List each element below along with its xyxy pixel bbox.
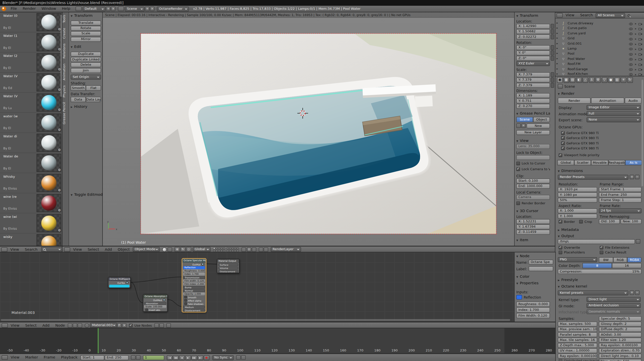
node-name-field[interactable]: Octane Spe [529, 260, 553, 265]
gear-icon[interactable] [58, 28, 61, 31]
gpu-toggle[interactable]: GeForce GTX 980 Ti [561, 136, 641, 141]
data-transfer-button[interactable]: Data [71, 97, 86, 102]
add-icon[interactable] [521, 124, 526, 128]
rotation-field[interactable]: X: 0° [516, 45, 550, 50]
kernel-field[interactable]: Z-Depth max.: 5.000 [558, 343, 597, 348]
material-list-item[interactable]: Whisky By Elviss [0, 173, 62, 193]
node-material-output[interactable]: Material Output SurfaceVolumeDisplacemen… [217, 259, 239, 273]
outliner-row[interactable]: Pool [555, 51, 644, 56]
kernel-field[interactable]: UV max.: 1.00000 [558, 348, 597, 353]
sync-dropdown[interactable]: No Sync [212, 355, 233, 360]
lock-icon[interactable] [551, 83, 554, 88]
gear-icon[interactable] [58, 68, 61, 71]
kernel-field[interactable]: Filter size: 1.20 [599, 338, 641, 343]
expand-icon[interactable] [556, 21, 558, 26]
material-thumbnail[interactable] [37, 94, 61, 112]
rotation-field[interactable]: Y: 0° [516, 50, 550, 55]
node-row[interactable]: Bump [183, 286, 205, 289]
scrollbar[interactable] [1, 319, 510, 321]
dimension-field[interactable]: Y: 0.751 [516, 99, 550, 104]
material-thumbnail[interactable] [37, 214, 61, 232]
lock-to-cursor-toggle[interactable]: Lock to Cursor [516, 162, 550, 165]
node-row[interactable] [109, 285, 129, 288]
cursor-location-field[interactable]: Z: 0.11459 [516, 230, 550, 235]
cursor-location-field[interactable]: X: 1.52231 [516, 219, 550, 224]
node-input-field[interactable]: Roughness: 0.000 [516, 302, 550, 307]
world-tab[interactable]: ◐ [576, 77, 582, 83]
selectability-arrow-icon[interactable] [634, 72, 636, 76]
visibility-eye-icon[interactable] [629, 58, 633, 61]
channel-button[interactable]: BW [599, 257, 613, 262]
material-thumbnail[interactable] [37, 53, 61, 71]
menu-item[interactable]: Playback [58, 354, 80, 361]
material-tab[interactable]: ● [608, 77, 614, 83]
selectability-arrow-icon[interactable] [634, 21, 636, 26]
visibility-eye-icon[interactable] [629, 27, 633, 30]
expand-icon[interactable] [556, 51, 558, 56]
crop-toggle[interactable]: Crop [579, 220, 592, 224]
selectability-arrow-icon[interactable] [634, 52, 636, 56]
object-name[interactable]: Grid [568, 37, 575, 40]
menu-item[interactable]: View [563, 12, 577, 19]
gp-new-button[interactable]: New [527, 124, 550, 129]
location-field[interactable]: X: 1.42990 [516, 24, 550, 29]
properties-panel-title[interactable]: Properties [516, 281, 550, 286]
menu-item[interactable]: View [7, 246, 22, 253]
panel-transform-title[interactable]: Transform [71, 13, 93, 18]
search-icon[interactable] [628, 14, 630, 17]
kernel-field[interactable]: Max. tile samples: 16 [558, 338, 597, 343]
node-row[interactable]: Displacement [218, 270, 238, 273]
priority-button[interactable]: Reshapable [608, 160, 625, 165]
jump-end-button[interactable] [197, 355, 203, 360]
render-engine-selector[interactable]: OctaneRender [157, 6, 189, 11]
outliner-row[interactable]: Curve.driveway [555, 21, 644, 26]
kernel-field[interactable]: Exploration stren.: 0.70 [599, 348, 641, 353]
material-thumbnail[interactable] [37, 73, 61, 92]
node-input-field[interactable]: Film Width: 0.120 [516, 313, 550, 318]
kernel-field[interactable]: Ray epsilon: 0.000100 [558, 354, 597, 359]
pivot-point-icon[interactable] [168, 247, 172, 252]
scale-field[interactable]: X: 7.379 [516, 72, 550, 77]
object-name[interactable]: Roof.FM [568, 62, 580, 66]
infochannel-dropdown[interactable]: Geometric normals [587, 309, 641, 314]
blender-logo-icon[interactable] [2, 7, 6, 11]
end-frame-field[interactable]: End Frame: 250 [599, 192, 641, 197]
visibility-eye-icon[interactable] [629, 38, 633, 40]
viewport-3d[interactable]: Scene | Elapsed: 00:03.16 | Interactive … [103, 12, 555, 246]
renderability-camera-icon[interactable] [638, 22, 642, 25]
shader-type-object-icon[interactable] [68, 323, 72, 328]
object-data-tab[interactable]: ▽ [602, 77, 607, 83]
mirror-button[interactable]: Mirror [71, 37, 101, 42]
render-layers-tab[interactable]: ▦ [563, 77, 569, 83]
material-thumbnail[interactable] [37, 33, 61, 51]
display-mode-dropdown[interactable]: All Scenes [596, 13, 625, 18]
clip-start-field[interactable]: Start: 0.100 [516, 178, 550, 184]
remap-new-field[interactable]: New: 100 [621, 219, 642, 224]
snap-icon[interactable] [154, 323, 159, 328]
dimension-field[interactable]: Z: 0.270 [516, 104, 550, 109]
visibility-eye-icon[interactable] [629, 33, 633, 35]
renderability-camera-icon[interactable] [638, 43, 642, 45]
octane-kernel-panel-title[interactable]: Octane kernel [558, 284, 587, 289]
visibility-eye-icon[interactable] [629, 48, 633, 51]
menu-item[interactable]: Select [85, 246, 102, 253]
gi-mode-dropdown[interactable]: Ambient occlusion [587, 303, 641, 308]
snap-element-icon[interactable] [159, 323, 164, 328]
tool-button[interactable]: Translate [71, 21, 101, 26]
cursor-panel-title[interactable]: 3D Cursor [516, 208, 550, 214]
keying-set-add-icon[interactable] [136, 355, 140, 360]
node-row[interactable]: Normal [183, 289, 205, 292]
particles-tab[interactable]: ✳ [621, 77, 626, 83]
priority-button[interactable]: As Is [625, 160, 642, 165]
node-rgb-spectrum[interactable]: Octane RGBSpectrum OutTex [108, 277, 131, 288]
node-row[interactable]: Film index: 2.200 [183, 283, 205, 285]
material-list-item[interactable]: wine (wi By Elviss [0, 213, 62, 233]
outliner-row[interactable]: Roof.Garage [555, 66, 644, 71]
audio-button[interactable]: Audio [625, 98, 641, 104]
modifiers-tab[interactable]: ⚙ [595, 77, 601, 83]
node-row[interactable]: Surface [218, 263, 238, 266]
menu-item[interactable]: Marker [22, 354, 41, 361]
node-label-field[interactable] [529, 266, 553, 271]
object-name[interactable]: Roof.Garage [568, 67, 588, 71]
output-panel-title[interactable]: Output [558, 233, 574, 239]
